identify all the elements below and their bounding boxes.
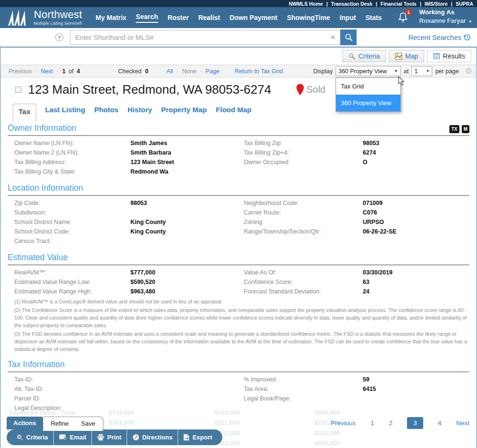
tab-actions[interactable]: Actions <box>7 417 43 429</box>
property-checkbox[interactable] <box>15 87 21 93</box>
field-label: Value As Of: <box>244 269 363 276</box>
field-row: Subdivision: Carrier Route:C076 <box>8 208 469 217</box>
pagination-next[interactable]: Next <box>456 419 469 427</box>
top-link-ims-store[interactable]: IMS/Store <box>425 1 447 7</box>
magnifier-icon <box>348 53 356 60</box>
nav-down-payment[interactable]: Down Payment <box>229 14 277 21</box>
working-as-menu[interactable]: Working As Roxanne Faryar ▾ <box>419 9 471 24</box>
tab-refine[interactable]: Refine <box>51 420 69 427</box>
footnote: (3) The FSD denotes confidence in an AVM… <box>14 330 469 353</box>
search-row: ? ✕ Recent Searches <box>0 28 477 48</box>
field-label: Carrier Route: <box>244 209 363 216</box>
pagination-page-2[interactable]: 2 <box>389 419 393 427</box>
settings-gear-icon[interactable]: ⚙ <box>465 66 472 76</box>
actions-button-bar: Criteria Email Print Directions <box>7 429 222 445</box>
map-pin-icon[interactable] <box>296 83 304 96</box>
logo-text: Northwest Multiple Listing Service® <box>34 10 82 26</box>
select-all-link[interactable]: All <box>167 68 173 75</box>
criteria-action-button[interactable]: Criteria <box>11 429 53 445</box>
top-link-nwmls-home[interactable]: NWMLS Home <box>289 1 323 7</box>
field-row: Tax-ID: % Improved:59 <box>8 375 469 384</box>
field-label: Forecast Standard Deviation: <box>244 288 363 295</box>
select-none-link[interactable]: None <box>182 68 197 75</box>
select-page-link[interactable]: Page <box>206 68 219 75</box>
field-row: Owner Name 2 (LN FN):Smith Barbara Tax B… <box>8 148 469 157</box>
results-button[interactable]: Results <box>427 50 471 62</box>
field-value: 03/30/2019 <box>363 269 469 276</box>
faded-value: $743,000 <box>109 409 134 416</box>
nav-input[interactable]: Input <box>339 14 356 21</box>
top-link-transaction-desk[interactable]: Transaction Desk <box>331 1 372 7</box>
nav-search[interactable]: Search <box>136 13 158 23</box>
nav-roster[interactable]: Roster <box>168 14 189 21</box>
tab-flood-map[interactable]: Flood Map <box>216 106 251 114</box>
criteria-button[interactable]: Criteria <box>342 50 386 62</box>
pagination-previous[interactable]: Previous <box>331 419 356 427</box>
pagination-page-1[interactable]: 1 <box>370 419 374 427</box>
clear-search-icon[interactable]: ✕ <box>330 34 336 41</box>
tab-history[interactable]: History <box>128 106 152 114</box>
return-to-tax-grid-link[interactable]: Return to Tax Grid <box>235 68 283 75</box>
m-badge[interactable]: M <box>462 125 469 133</box>
actions-panel-tabs: Actions Refine Save <box>7 417 222 429</box>
export-action-button[interactable]: Export <box>178 429 217 445</box>
field-label: Range/Township/Section/Qtr: <box>244 228 363 235</box>
nav-realist[interactable]: Realist <box>198 14 220 21</box>
content-frame: Criteria Map Results Previous · Next <box>0 48 477 448</box>
previous-record-link[interactable]: Previous <box>9 68 32 75</box>
nav-my-matrix[interactable]: My Matrix <box>96 14 127 21</box>
field-row: Owner Name (LN FN):Smith James Tax Billi… <box>8 138 469 148</box>
nwmls-logo[interactable]: Northwest Multiple Listing Service® <box>6 10 82 26</box>
avm-footnotes: (1) RealAVM™ is a CoreLogic® derived val… <box>8 298 469 353</box>
search-input[interactable] <box>75 34 330 41</box>
footnote: (1) RealAVM™ is a CoreLogic® derived val… <box>14 298 469 305</box>
map-button[interactable]: Map <box>389 50 424 62</box>
next-record-link[interactable]: Next <box>41 68 53 75</box>
field-row: Zip Code:98053 Neighborhood Code:071009 <box>8 198 469 208</box>
per-page-select[interactable]: 1 ▼ <box>411 66 432 76</box>
magnifier-icon <box>17 434 23 441</box>
help-icon[interactable]: ? <box>55 33 63 41</box>
search-button[interactable] <box>340 29 357 45</box>
nav-stats[interactable]: Stats <box>366 14 382 21</box>
print-action-button[interactable]: Print <box>91 429 127 445</box>
top-link-supra[interactable]: SUPRA <box>456 1 473 7</box>
checked-counter: Checked 0 <box>118 68 149 75</box>
tx-badge[interactable]: TX <box>449 125 459 133</box>
select-caret-icon: ▼ <box>426 69 429 73</box>
email-action-button[interactable]: Email <box>53 429 92 445</box>
display-select[interactable]: 360 Property View ▼ <box>336 66 401 76</box>
menu-option-360-property-view[interactable]: 360 Property View <box>336 95 400 111</box>
pagination-page-3[interactable]: 3 <box>407 417 423 429</box>
field-value: 98053 <box>363 140 469 146</box>
nav-showingtime[interactable]: ShowingTime <box>287 14 330 21</box>
field-label: RealAVM™: <box>14 269 130 276</box>
pagination-page-4[interactable]: 4 <box>438 419 442 427</box>
tab-photos[interactable]: Photos <box>94 106 119 114</box>
top-link-financial-tools[interactable]: Financial Tools <box>380 1 417 7</box>
email-icon <box>59 434 67 440</box>
select-links: All · None · Page <box>167 68 219 75</box>
tab-tax[interactable]: Tax <box>13 104 36 122</box>
field-value: $777,000 <box>130 269 244 276</box>
page: NWMLS Home | Transaction Desk | Financia… <box>0 0 477 448</box>
field-label: Tax Billing Zip: <box>244 140 363 146</box>
printer-icon <box>97 434 104 441</box>
menu-option-tax-grid[interactable]: Tax Grid <box>336 78 400 95</box>
tab-save[interactable]: Save <box>81 420 95 427</box>
faded-value: $412,000 <box>314 429 340 437</box>
mouse-cursor <box>398 76 405 87</box>
field-row: Census Tract: <box>8 236 469 246</box>
field-value: 63 <box>363 279 469 285</box>
tab-property-map[interactable]: Property Map <box>161 106 207 114</box>
field-value: C076 <box>363 209 469 216</box>
recent-searches-link[interactable]: Recent Searches <box>408 34 471 41</box>
directions-action-button[interactable]: Directions <box>127 429 178 445</box>
tab-last-listing[interactable]: Last Listing <box>45 106 85 114</box>
field-label: Owner Name (LN FN): <box>14 140 130 146</box>
dot-separator: · <box>200 68 202 75</box>
section-divider <box>8 135 469 136</box>
section-location-information: Location Information Zip Code:98053 Neig… <box>8 183 469 246</box>
notifications-button[interactable]: 1 <box>398 12 408 23</box>
field-value: 071009 <box>363 200 469 206</box>
